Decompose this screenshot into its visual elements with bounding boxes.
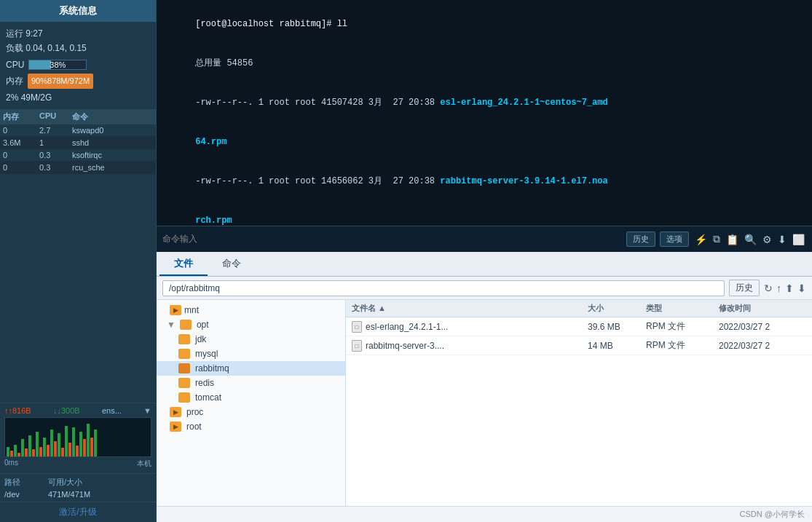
copy-icon[interactable]: ⧉ (712, 232, 722, 247)
tree-label-jdk: jdk (195, 334, 206, 344)
tree-item-tomcat[interactable]: tomcat (157, 390, 345, 405)
file-content: ▶ mnt ▼ opt jdk mysql (157, 300, 812, 506)
fullscreen-icon[interactable]: ⬜ (791, 232, 806, 247)
col-modified: 修改时间 (719, 303, 806, 314)
cmd-toolbar-icons: ⚡ ⧉ 📋 🔍 ⚙ ⬇ ⬜ (693, 232, 806, 247)
download-icon[interactable]: ⬇ (776, 232, 788, 247)
command-input-bar: 命令输入 历史 选项 ⚡ ⧉ 📋 🔍 ⚙ ⬇ ⬜ (157, 226, 812, 252)
proc-cmd: sshd (72, 138, 153, 147)
tree-label-opt: opt (197, 320, 209, 330)
history-button[interactable]: 历史 (626, 232, 655, 247)
file-toolbar-icons: ↻ ↑ ⬆ ⬇ (764, 282, 806, 294)
process-header: 内存 CPU 命令 (0, 109, 156, 124)
col-size: 大小 (588, 303, 646, 314)
proc-cmd: ksoftirqc (72, 151, 153, 159)
terminal-line: 64.rpm (164, 122, 805, 162)
terminal-line: rch.rpm (164, 201, 805, 226)
net-latency: 0ms (4, 459, 18, 469)
upgrade-button[interactable]: 激活/升级 (0, 502, 156, 522)
terminal-prompt: [root@localhost rabbitmq]# ll (195, 19, 347, 29)
settings-icon[interactable]: ⚙ (761, 232, 773, 247)
proc-cpu: 1 (39, 138, 72, 147)
tree-item-root[interactable]: ▶ root (157, 419, 345, 434)
tree-item-jdk[interactable]: jdk (157, 332, 345, 347)
folder-icon-proc: ▶ (170, 407, 181, 417)
path-size: 471M/471M (48, 490, 151, 499)
terminal[interactable]: [root@localhost rabbitmq]# ll 总用量 54856 … (157, 0, 812, 226)
file-list-header: 文件名 ▲ 大小 类型 修改时间 (346, 300, 812, 317)
net-bar-header: ↑↑816B ↓↓300B ens... ▼ (4, 406, 151, 415)
folder-icon-tomcat (178, 392, 190, 403)
folder-icon-opt (180, 320, 192, 330)
process-row: 0 2.7 kswapd0 (0, 124, 156, 137)
process-row: 3.6M 1 sshd (0, 137, 156, 149)
tree-item-rabbitmq[interactable]: rabbitmq (157, 361, 345, 376)
terminal-line: -rw-r--r--. 1 root root 14656062 3月 27 2… (164, 162, 805, 201)
net-labels: 0ms 本机 (4, 457, 151, 470)
file-row[interactable]: □ esl-erlang_24.2.1-1... 39.6 MB RPM 文件 … (346, 317, 812, 336)
net-expand-btn[interactable]: ▼ (143, 406, 151, 415)
lightning-icon[interactable]: ⚡ (693, 232, 709, 247)
file-history-button[interactable]: 历史 (729, 280, 760, 296)
download2-icon[interactable]: ⬇ (797, 282, 806, 294)
process-table: 0 2.7 kswapd0 3.6M 1 sshd 0 0.3 ksoftirq… (0, 124, 156, 403)
mem-label: 内存 (6, 74, 23, 88)
terminal-filename2: rabbitmq-server-3.9.14-1.el7.noa (440, 176, 607, 186)
net-down-label: ↓↓300B (53, 406, 80, 415)
file-name-1: □ esl-erlang_24.2.1-1... (352, 321, 588, 333)
process-row: 0 0.3 ksoftirqc (0, 149, 156, 162)
tree-item-mysql[interactable]: mysql (157, 347, 345, 361)
path-row: /dev 471M/471M (4, 490, 151, 499)
refresh-icon[interactable]: ↻ (764, 282, 773, 294)
system-info: 运行 9:27 负载 0.04, 0.14, 0.15 CPU 38% 内存 9… (0, 22, 156, 109)
network-section: ↑↑816B ↓↓300B ens... ▼ (0, 403, 156, 473)
proc-mem: 3.6M (3, 138, 39, 147)
file-list-body: □ esl-erlang_24.2.1-1... 39.6 MB RPM 文件 … (346, 317, 812, 506)
folder-icon: ▶ (170, 305, 181, 315)
net-location: 本机 (137, 459, 151, 469)
net-chart (4, 417, 151, 457)
file-list-panel: 文件名 ▲ 大小 类型 修改时间 □ (346, 300, 812, 506)
upload-icon[interactable]: ⬆ (785, 282, 794, 294)
tree-item-opt[interactable]: ▼ opt (157, 317, 345, 332)
file-manager-tabs: 文件 命令 (157, 252, 812, 277)
file-row[interactable]: □ rabbitmq-server-3.... 14 MB RPM 文件 202… (346, 336, 812, 355)
file-name-2: □ rabbitmq-server-3.... (352, 340, 588, 352)
tree-item-redis[interactable]: redis (157, 376, 345, 390)
tab-files[interactable]: 文件 (159, 253, 208, 276)
tree-label-tomcat: tomcat (195, 392, 221, 403)
cpu-percent-text: 38% (29, 60, 86, 69)
tree-item-mnt[interactable]: ▶ mnt (157, 303, 345, 317)
go-up-icon[interactable]: ↑ (776, 282, 781, 294)
options-button[interactable]: 选项 (660, 232, 689, 247)
cpu-bar-container: CPU 38% (6, 58, 150, 72)
folder-icon-root: ▶ (170, 422, 181, 432)
paste-icon[interactable]: 📋 (725, 232, 740, 247)
process-row: 0 0.3 rcu_sche (0, 162, 156, 174)
proc-col-cmd: 命令 (72, 111, 153, 122)
tree-label-mnt: mnt (184, 305, 199, 315)
command-input-field[interactable] (202, 234, 622, 245)
tree-expand-opt: ▼ (167, 320, 176, 330)
tree-label-root: root (186, 422, 202, 432)
terminal-line: [root@localhost rabbitmq]# ll (164, 4, 805, 44)
folder-icon-jdk (178, 334, 190, 344)
search-icon[interactable]: 🔍 (743, 232, 758, 247)
proc-cpu: 0.3 (39, 163, 72, 172)
tree-label-proc: proc (186, 407, 203, 417)
path-section: 路径 可用/大小 /dev 471M/471M (0, 473, 156, 502)
tree-label-redis: redis (195, 378, 214, 388)
tree-label-mysql: mysql (195, 349, 218, 359)
col-type: 类型 (646, 303, 719, 314)
terminal-line: -rw-r--r--. 1 root root 41507428 3月 27 2… (164, 83, 805, 122)
cpu-label: CPU (6, 58, 24, 72)
tree-item-proc[interactable]: ▶ proc (157, 405, 345, 419)
tab-commands[interactable]: 命令 (208, 253, 256, 276)
proc-mem: 0 (3, 151, 39, 159)
file-path-display: /opt/rabbitmq (162, 280, 725, 296)
folder-icon-rabbitmq (178, 363, 190, 373)
folder-icon-mysql (178, 349, 190, 359)
mem-bar-container: 内存 90%878M/972M (6, 74, 150, 89)
cpu-usage-bar: 38% (28, 60, 87, 70)
file-doc-icon: □ (352, 340, 362, 352)
